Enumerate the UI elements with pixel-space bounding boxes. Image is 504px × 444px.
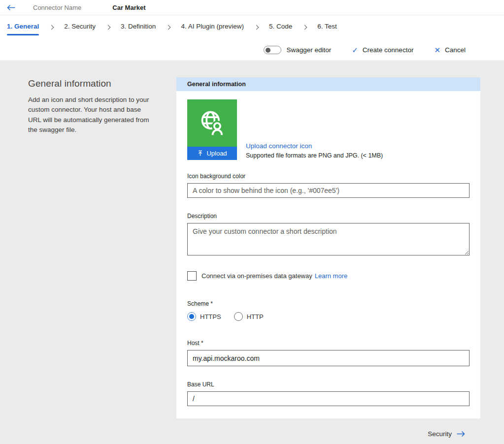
toggle-knob-icon	[266, 48, 270, 53]
description-label: Description	[187, 213, 470, 220]
chevron-right-icon	[106, 25, 111, 30]
radio-http-label: HTTP	[247, 313, 264, 320]
radio-http[interactable]	[234, 312, 243, 321]
connector-icon-preview	[187, 99, 237, 147]
tab-code[interactable]: 5. Code	[269, 16, 292, 39]
base-url-label: Base URL	[187, 381, 470, 388]
tab-test[interactable]: 6. Test	[317, 16, 337, 39]
learn-more-link[interactable]: Learn more	[315, 272, 347, 280]
gateway-row: Connect via on-premises data gateway Lea…	[187, 271, 470, 281]
scheme-label: Scheme *	[187, 300, 470, 307]
section-description: General information Add an icon and shor…	[0, 77, 176, 135]
wizard-footer: Security	[0, 430, 480, 438]
tab-definition[interactable]: 3. Definition	[121, 16, 156, 39]
scheme-options: HTTPS HTTP	[187, 312, 470, 321]
form-header: General information	[176, 77, 480, 91]
create-connector-button[interactable]: ✓ Create connector	[352, 46, 413, 54]
radio-https-label: HTTPS	[200, 313, 221, 320]
create-connector-label: Create connector	[363, 46, 414, 54]
section-title: General information	[28, 78, 153, 89]
next-step-security-link[interactable]: Security	[428, 430, 466, 438]
wizard-header: 1. General 2. Security 3. Definition 4. …	[0, 15, 504, 61]
wizard-steps: 1. General 2. Security 3. Definition 4. …	[0, 15, 504, 39]
radio-https[interactable]	[187, 312, 196, 321]
connector-icon-tile[interactable]: Upload	[187, 99, 237, 160]
general-information-form: General information	[176, 77, 480, 418]
upload-format-hint: Supported file formats are PNG and JPG. …	[246, 152, 383, 159]
upload-button[interactable]: Upload	[187, 147, 237, 160]
arrow-right-icon	[456, 431, 466, 437]
cancel-button[interactable]: ✕ Cancel	[434, 46, 466, 54]
host-label: Host *	[187, 340, 470, 347]
next-step-label: Security	[428, 430, 452, 438]
tab-security[interactable]: 2. Security	[64, 16, 96, 39]
topbar: Connector Name Car Market	[0, 0, 504, 15]
tab-ai-plugin[interactable]: 4. AI Plugin (preview)	[181, 16, 244, 39]
swagger-editor-toggle[interactable]	[264, 46, 281, 54]
base-url-input[interactable]	[187, 391, 470, 406]
host-input[interactable]	[187, 350, 470, 366]
upload-button-label: Upload	[206, 150, 227, 157]
gateway-checkbox[interactable]	[187, 271, 197, 281]
chevron-right-icon	[302, 25, 307, 30]
checkmark-icon: ✓	[352, 46, 358, 54]
globe-person-icon	[197, 108, 228, 138]
connector-name-value: Car Market	[112, 4, 145, 11]
chevron-right-icon	[254, 25, 259, 30]
swagger-editor-label: Swagger editor	[286, 46, 331, 54]
back-arrow-icon[interactable]	[6, 4, 18, 11]
icon-background-label: Icon background color	[187, 173, 470, 180]
custom-connector-wizard: Connector Name Car Market 1. General 2. …	[0, 0, 504, 444]
section-help-text: Add an icon and short description to you…	[28, 95, 152, 135]
chevron-right-icon	[166, 25, 171, 30]
icon-background-input[interactable]	[187, 183, 470, 198]
gateway-label: Connect via on-premises data gateway	[202, 272, 312, 280]
cancel-label: Cancel	[445, 46, 466, 54]
tab-general[interactable]: 1. General	[7, 16, 39, 39]
chevron-right-icon	[49, 25, 54, 30]
upload-icon	[197, 150, 203, 157]
close-icon: ✕	[434, 46, 440, 54]
connector-icon-row: Upload Upload connector icon Supported f…	[187, 99, 470, 160]
description-textarea[interactable]	[187, 223, 470, 255]
connector-name-label: Connector Name	[33, 4, 81, 11]
upload-connector-icon-link[interactable]: Upload connector icon	[246, 142, 383, 150]
page-content: General information Add an icon and shor…	[0, 61, 504, 444]
radio-dot-icon	[189, 314, 194, 319]
toolbar: Swagger editor ✓ Create connector ✕ Canc…	[0, 39, 504, 61]
